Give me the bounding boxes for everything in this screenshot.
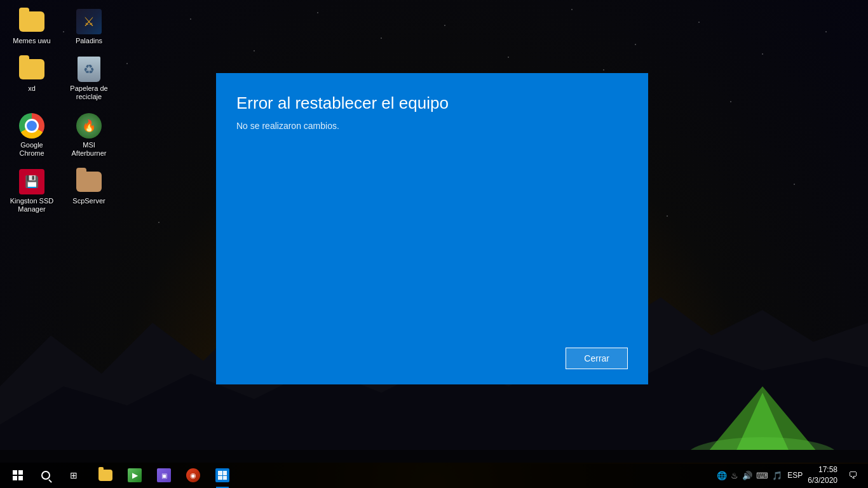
close-button[interactable]: Cerrar: [566, 348, 628, 369]
notification-icon: 🗨: [848, 470, 857, 480]
xd-label: xd: [28, 85, 36, 93]
papelera-label: Papelera de reciclaje: [66, 85, 112, 101]
desktop-icon-papelera[interactable]: ♻ Papelera de reciclaje: [64, 54, 114, 104]
sound-tray-icon[interactable]: 🎵: [772, 471, 782, 480]
chrome-icon: [19, 113, 44, 139]
dialog-content: Error al restablecer el equipo No se rea…: [236, 93, 628, 348]
desktop: Memes uwu ⚔ Paladins xd ♻ Papeler: [0, 0, 868, 488]
scp-label: ScpServer: [72, 197, 105, 205]
start-button[interactable]: [5, 463, 31, 488]
task-view-button[interactable]: ⊞: [61, 463, 86, 488]
desktop-icon-paladins[interactable]: ⚔ Paladins: [64, 6, 114, 48]
msi-icon: 🔥: [76, 113, 102, 139]
taskbar-circle-app[interactable]: ◉: [179, 463, 207, 488]
taskbar-left: ⊞ ▶ ▣ ◉: [5, 463, 236, 488]
kingston-icon: 💾: [19, 169, 44, 194]
error-dialog: Error al restablecer el equipo No se rea…: [216, 73, 648, 384]
taskbar-grid-app[interactable]: [208, 463, 236, 488]
desktop-icon-scp-server[interactable]: ScpServer: [64, 166, 114, 216]
desktop-icon-msi-afterburner[interactable]: 🔥 MSI Afterburner: [64, 111, 114, 160]
kingston-label: Kingston SSD Manager: [9, 197, 55, 214]
desktop-icon-kingston-ssd[interactable]: 💾 Kingston SSD Manager: [6, 166, 57, 216]
windows-logo-icon: [13, 470, 23, 480]
taskbar-right: 🌐 ♨ 🔊 ⌨ 🎵 ESP 17:58 6/3/2020 🗨: [717, 463, 863, 488]
search-icon: [41, 471, 50, 480]
paladins-icon: ⚔: [76, 9, 102, 34]
taskbar-arrow-app[interactable]: ▶: [121, 463, 149, 488]
grid-app-icon: [215, 468, 229, 482]
recycle-icon: ♻: [78, 57, 100, 82]
taskbar-box-app[interactable]: ▣: [150, 463, 178, 488]
taskbar-apps: ▶ ▣ ◉: [92, 463, 236, 488]
clock-date: 6/3/2020: [808, 475, 837, 486]
steam-tray-icon[interactable]: ♨: [731, 471, 738, 480]
keyboard-tray-icon[interactable]: ⌨: [756, 471, 768, 480]
dialog-subtitle: No se realizaron cambios.: [236, 121, 628, 131]
paladins-label: Paladins: [76, 37, 102, 45]
svg-rect-5: [0, 450, 868, 463]
taskbar: ⊞ ▶ ▣ ◉: [0, 463, 868, 488]
notification-button[interactable]: 🗨: [843, 463, 863, 488]
desktop-icon-xd[interactable]: xd: [6, 54, 57, 104]
search-button[interactable]: [33, 463, 58, 488]
file-explorer-icon: [98, 470, 112, 481]
chrome-label: Google Chrome: [9, 141, 55, 158]
desktop-icon-google-chrome[interactable]: Google Chrome: [6, 111, 57, 160]
desktop-icons: Memes uwu ⚔ Paladins xd ♻ Papeler: [6, 6, 114, 216]
language-indicator[interactable]: ESP: [787, 471, 803, 480]
taskbar-file-explorer[interactable]: [92, 463, 119, 488]
xd-icon: [19, 59, 44, 79]
clock-time: 17:58: [808, 464, 837, 475]
memes-uwu-icon: [19, 11, 44, 32]
arrow-app-icon: ▶: [128, 468, 142, 482]
memes-uwu-label: Memes uwu: [13, 37, 50, 45]
scp-icon: [76, 172, 102, 192]
circle-app-icon: ◉: [186, 468, 200, 482]
msi-label: MSI Afterburner: [66, 141, 112, 158]
network-tray-icon[interactable]: 🌐: [717, 471, 727, 480]
dialog-footer: Cerrar: [236, 348, 628, 369]
dialog-title: Error al restablecer el equipo: [236, 93, 628, 113]
box-app-icon: ▣: [157, 468, 171, 482]
task-view-icon: ⊞: [70, 470, 78, 480]
system-tray: 🌐 ♨ 🔊 ⌨ 🎵: [717, 471, 782, 480]
clock[interactable]: 17:58 6/3/2020: [808, 464, 837, 486]
volume-tray-icon[interactable]: 🔊: [742, 471, 752, 480]
desktop-icon-memes-uwu[interactable]: Memes uwu: [6, 6, 57, 48]
